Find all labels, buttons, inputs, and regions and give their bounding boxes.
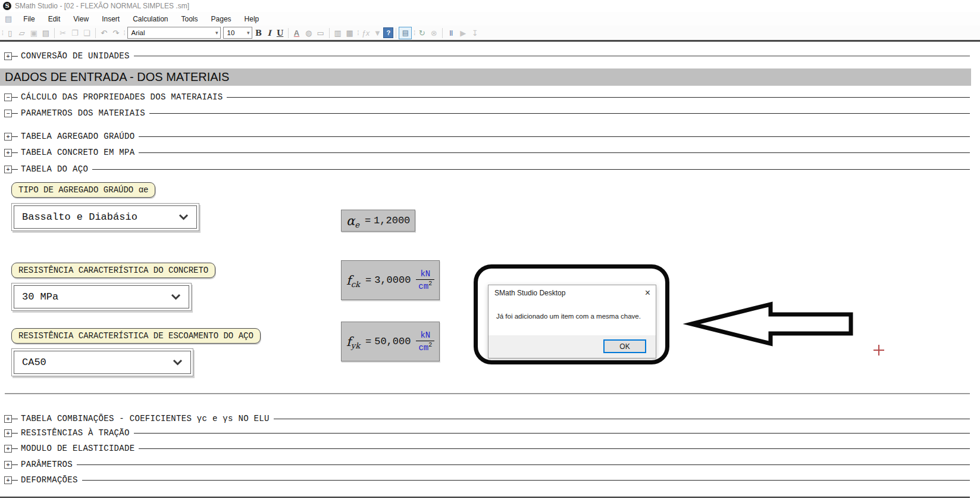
banner-dados-entrada: DADOS DE ENTRADA - DOS MATERIAIS xyxy=(0,68,971,86)
section-rule xyxy=(82,480,970,481)
underline-button[interactable]: U xyxy=(275,27,286,39)
window-title: SMath Studio - [02 - FLEXÃO NORMAL SIMPL… xyxy=(15,2,189,10)
collapse-toggle[interactable]: − xyxy=(4,110,12,117)
connector-line xyxy=(12,56,18,57)
section-deformacoes: + DEFORMAÇÕES xyxy=(4,475,970,485)
section-rule xyxy=(274,419,970,419)
collapse-toggle[interactable]: + xyxy=(4,429,12,437)
undo-button[interactable]: ↶ xyxy=(98,27,110,39)
cut-button[interactable]: ✂ xyxy=(57,27,69,39)
section-modulo-elasticidade: + MODULO DE ELASTICIDADE xyxy=(4,444,970,453)
toolbar-separator xyxy=(442,28,443,38)
new-file-button[interactable]: ▯ xyxy=(4,27,16,39)
section-label: CÁLCULO DAS PROPRIEDADES DOS MATERAIAIS xyxy=(18,92,227,102)
collapse-toggle[interactable]: + xyxy=(4,445,12,453)
stop-button[interactable]: ⊗ xyxy=(428,27,440,39)
recalculate-button[interactable]: ↻ xyxy=(416,27,428,39)
section-label: MODULO DE ELASTICIDADE xyxy=(18,444,139,453)
pause-button[interactable]: ‖ xyxy=(445,27,457,39)
background-color-button[interactable]: ◍ xyxy=(303,27,315,39)
section-rule xyxy=(134,433,970,434)
redo-button[interactable]: ↷ xyxy=(110,27,122,39)
close-icon[interactable]: × xyxy=(645,288,650,298)
copy-button[interactable]: ❐ xyxy=(69,27,81,39)
unit-denominator: cm2 xyxy=(418,341,432,353)
section-rule xyxy=(149,113,970,114)
aco-dropdown-value: CA50 xyxy=(22,357,46,368)
section-rule xyxy=(139,448,970,449)
math-region-fck[interactable]: fck = 3,0000 kN cm2 xyxy=(341,260,440,300)
section-tabela-concreto: + TABELA CONCRETO EM MPA xyxy=(4,148,970,157)
menu-tools[interactable]: Tools xyxy=(175,14,205,24)
section-label: PARAMETROS DOS MATERIAIS xyxy=(18,108,149,118)
step-button[interactable]: ↧ xyxy=(469,27,481,39)
menu-help[interactable]: Help xyxy=(238,14,266,24)
ok-button[interactable]: OK xyxy=(603,339,646,353)
font-family-value: Arial xyxy=(131,29,145,36)
menu-insert[interactable]: Insert xyxy=(95,14,126,24)
collapse-toggle[interactable]: + xyxy=(4,149,12,157)
worksheet-top-border xyxy=(0,40,980,42)
section-label: DEFORMAÇÕES xyxy=(18,475,82,485)
menu-bar: ▤ File Edit View Insert Calculation Tool… xyxy=(0,12,980,26)
border-button[interactable]: ▭ xyxy=(315,27,327,39)
unit-exponent: 2 xyxy=(428,342,432,348)
font-color-button[interactable]: A xyxy=(291,27,303,39)
dialog-title: SMath Studio Desktop xyxy=(494,289,565,297)
collapse-toggle[interactable]: − xyxy=(4,93,12,101)
dialog-title-bar: SMath Studio Desktop × xyxy=(489,285,656,301)
align-vertical-button[interactable]: ▦ xyxy=(344,27,356,39)
collapse-toggle[interactable]: + xyxy=(4,461,12,469)
section-label: TABELA AGREGADO GRAÚDO xyxy=(18,132,139,141)
equals-sign: = xyxy=(365,336,371,347)
function-button[interactable]: ƒx xyxy=(359,27,371,39)
left-arrow-annotation xyxy=(652,289,866,360)
help-book-icon[interactable]: ? xyxy=(383,27,393,38)
label-resistencia-aco[interactable]: RESISTÊNCIA CARACTERÍSTICA DE ESCOAMENTO… xyxy=(11,328,261,344)
print-button[interactable]: ▤ xyxy=(40,27,52,39)
section-label: PARÂMETROS xyxy=(18,460,77,469)
italic-button[interactable]: I xyxy=(264,27,275,39)
play-button[interactable]: ▶ xyxy=(457,27,469,39)
align-horizontal-button[interactable]: ▥ xyxy=(332,27,344,39)
menu-file[interactable]: File xyxy=(17,14,41,24)
section-label: RESISTÊNCIAS À TRAÇÃO xyxy=(18,428,134,438)
collapse-toggle[interactable]: + xyxy=(4,52,12,60)
bold-button[interactable]: B xyxy=(253,27,264,39)
menu-pages[interactable]: Pages xyxy=(205,14,238,24)
save-button[interactable]: ▣ xyxy=(28,27,40,39)
section-calculo-propriedades: − CÁLCULO DAS PROPRIEDADES DOS MATERAIAI… xyxy=(4,92,970,102)
font-size-combobox[interactable]: 10 ▾ xyxy=(223,27,252,39)
math-subscript: yk xyxy=(351,341,360,350)
font-family-combobox[interactable]: Arial ▾ xyxy=(127,27,221,39)
open-file-button[interactable]: ▱ xyxy=(16,27,28,39)
section-label: CONVERSÃO DE UNIDADES xyxy=(18,51,134,61)
menu-edit[interactable]: Edit xyxy=(42,14,67,24)
side-panel-toggle-button[interactable]: ▤ xyxy=(399,27,412,39)
concreto-dropdown[interactable]: 30 MPa xyxy=(11,283,192,311)
math-value: 50,000 xyxy=(374,336,411,347)
aco-dropdown[interactable]: CA50 xyxy=(11,348,193,376)
collapse-toggle[interactable]: + xyxy=(4,415,12,423)
paste-button[interactable]: ❏ xyxy=(81,27,93,39)
label-tipo-agregado[interactable]: TIPO DE AGREGADO GRAÚDO αe xyxy=(11,182,155,198)
agregado-dropdown[interactable]: Bassalto e Diabásio xyxy=(11,203,199,231)
toolbar-separator xyxy=(396,28,396,38)
collapse-toggle[interactable]: + xyxy=(4,476,12,484)
label-resistencia-concreto[interactable]: RESISTÊNCIA CARACTERÍSTICA DO CONCRETO xyxy=(11,263,215,278)
section-rule xyxy=(227,97,970,98)
filter-button[interactable]: ▼ xyxy=(371,27,383,39)
toolbar-grip: ⁞ xyxy=(358,30,358,36)
menu-calculation[interactable]: Calculation xyxy=(126,14,174,24)
unit-numerator: kN xyxy=(416,269,434,280)
dialog-message: Já foi adicionado um item com a mesma ch… xyxy=(496,313,641,320)
title-bar: S SMath Studio - [02 - FLEXÃO NORMAL SIM… xyxy=(0,0,980,12)
collapse-toggle[interactable]: + xyxy=(4,166,12,173)
connector-line xyxy=(12,448,18,449)
math-region-alpha-e[interactable]: αe = 1,2000 xyxy=(341,210,415,232)
collapse-toggle[interactable]: + xyxy=(4,133,12,141)
section-rule xyxy=(92,169,970,170)
connector-line xyxy=(12,464,18,465)
math-region-fyk[interactable]: fyk = 50,000 kN cm2 xyxy=(341,322,440,361)
menu-view[interactable]: View xyxy=(67,14,95,24)
